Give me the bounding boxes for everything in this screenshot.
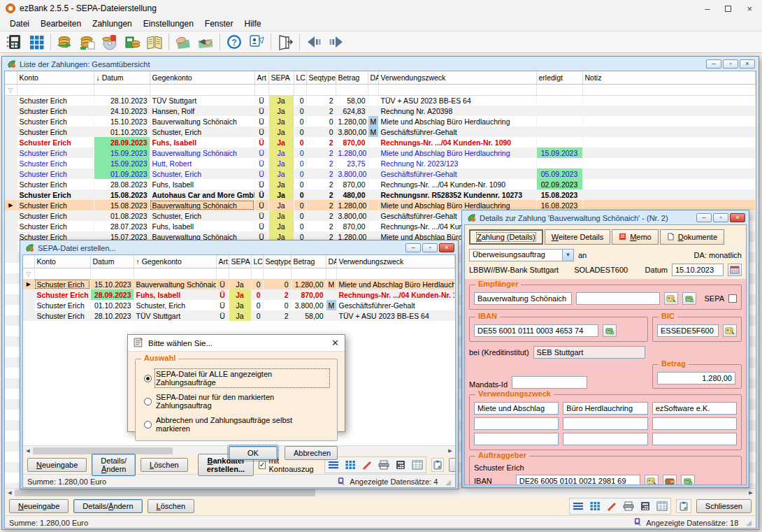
col-header-gegenkonto[interactable]: Gegenkonto [150, 71, 254, 84]
filter-cell[interactable] [336, 268, 455, 279]
dialog-close-icon[interactable]: ✕ [331, 338, 339, 348]
contact-picker-icon[interactable] [664, 292, 678, 305]
payment-out-icon[interactable] [54, 32, 76, 52]
row-marker[interactable] [5, 231, 17, 242]
filter-cell[interactable] [216, 268, 229, 279]
col-header-da[interactable]: DA [368, 71, 378, 84]
radio-icon[interactable] [144, 398, 152, 405]
details-close-button[interactable]: × [730, 213, 745, 222]
sepa-restore-button[interactable]: ▫ [422, 243, 438, 252]
sepa-close-button[interactable]: × [439, 243, 454, 252]
scrollbar-thumb[interactable] [15, 489, 315, 496]
row-marker[interactable] [5, 168, 17, 179]
table-view-icon[interactable] [654, 499, 670, 513]
grid-view-icon[interactable] [25, 32, 48, 52]
table-row[interactable]: Schuster Erich28.09.2023Fuhs, IsabellÜJa… [5, 137, 756, 148]
table-row[interactable]: ▶Schuster Erich15.10.2023Bauverwaltung S… [23, 279, 455, 289]
help-icon[interactable]: ? [223, 32, 245, 52]
filter-cell[interactable] [291, 268, 326, 279]
col-header-seqtype[interactable]: Seqtype [306, 71, 336, 84]
filter-cell[interactable] [536, 84, 582, 95]
grid-small-icon[interactable] [587, 499, 603, 513]
row-marker[interactable] [5, 95, 17, 106]
filter-cell[interactable] [150, 84, 254, 95]
col-header-sepa[interactable]: SEPA [268, 71, 294, 84]
table-row[interactable]: Schuster Erich15.09.2023Hutt, RobertÜJa0… [5, 158, 756, 168]
table-view-icon[interactable] [410, 458, 425, 472]
payment-type-select[interactable]: Überweisungsauftrag ▼ [469, 249, 574, 261]
zweck-input[interactable] [652, 433, 737, 445]
row-marker[interactable] [5, 116, 17, 127]
chevron-down-icon[interactable]: ▼ [562, 249, 574, 261]
sepa-window-titlebar[interactable]: SEPA-Datei erstellen... – ▫ × [22, 243, 456, 254]
window-close-button[interactable]: × [747, 3, 752, 14]
col-header-lc[interactable]: LC [294, 71, 306, 84]
tab-dokumente[interactable]: Dokumente [660, 229, 724, 245]
table-row[interactable]: Schuster Erich24.10.2023Hansen, RolfÜJa0… [5, 106, 756, 116]
datum-input[interactable] [672, 264, 724, 276]
row-marker[interactable] [5, 148, 17, 158]
row-marker[interactable]: ▶ [23, 279, 34, 289]
row-marker[interactable] [5, 179, 17, 189]
resize-grip[interactable]: ◢ [746, 519, 752, 526]
filter-cell[interactable] [268, 84, 294, 95]
table-row[interactable]: Schuster Erich01.09.2023Schuster, ErichÜ… [5, 168, 756, 179]
row-marker[interactable]: ▶ [5, 200, 17, 210]
table-row[interactable]: Schuster Erich15.09.2023Bauverwaltung Sc… [5, 148, 756, 158]
row-marker[interactable] [5, 242, 17, 252]
dialog-option-2[interactable]: SEPA-Datei nur für den markierten Zahlun… [144, 393, 329, 410]
menu-hilfe[interactable]: Hilfe [239, 17, 267, 30]
filter-cell[interactable] [294, 84, 306, 95]
menu-bearbeiten[interactable]: Bearbeiten [35, 17, 87, 30]
row-marker[interactable] [5, 189, 17, 200]
filter-row-header[interactable]: ▽ [23, 268, 34, 279]
col-header-art[interactable]: Art [216, 255, 229, 268]
zweck-input[interactable] [652, 417, 737, 430]
kontoauszug-checkbox[interactable]: ✓ [259, 461, 266, 469]
ledger-icon[interactable] [143, 32, 166, 52]
radio-icon[interactable] [144, 375, 152, 382]
filter-cell[interactable] [582, 84, 756, 95]
menu-datei[interactable]: Datei [4, 17, 35, 30]
calendar-icon[interactable] [728, 264, 742, 276]
bank-lookup-icon[interactable] [682, 292, 696, 305]
grid-small-icon[interactable] [343, 458, 358, 472]
exit-icon[interactable] [274, 32, 296, 52]
col-header-sepa[interactable]: SEPA [229, 255, 251, 268]
dialog-cancel-button[interactable]: Abbrechen [285, 446, 338, 460]
calculator-icon[interactable] [638, 499, 653, 513]
col-header-erledigt[interactable]: erledigt [536, 71, 582, 84]
filter-cell[interactable] [229, 268, 251, 279]
address-book-icon[interactable] [3, 32, 25, 52]
scroll-right-icon[interactable]: ▶ [445, 447, 455, 455]
col-header-datum[interactable]: ↓ Datum [94, 71, 150, 84]
bank-check-icon[interactable] [681, 475, 695, 485]
filter-cell[interactable] [254, 84, 268, 95]
row-marker[interactable] [23, 300, 34, 310]
schliessen-button[interactable]: Schliessen [449, 458, 456, 472]
col-header-art[interactable]: Art [254, 71, 268, 84]
details-minimize-button[interactable]: – [696, 213, 712, 222]
payment-cd-icon[interactable] [99, 32, 121, 52]
sepa-checkbox[interactable] [728, 294, 737, 303]
zweck-input[interactable] [474, 402, 559, 415]
tab-memo[interactable]: Memo [612, 229, 659, 245]
table-row[interactable]: Schuster Erich28.10.2023TÜV StuttgartÜJa… [5, 95, 756, 106]
clipboard-icon[interactable] [431, 458, 444, 472]
loeschen-button[interactable]: Löschen [148, 499, 195, 513]
handshake-icon[interactable] [194, 32, 217, 52]
liste-minimize-button[interactable]: – [706, 59, 721, 69]
table-row[interactable]: Schuster Erich01.10.2023Schuster, ErichÜ… [5, 127, 756, 137]
nav-forward-icon[interactable] [325, 32, 347, 52]
row-marker[interactable] [5, 221, 17, 231]
feedback-icon[interactable] [245, 32, 268, 52]
resize-grip[interactable]: ◢ [445, 478, 451, 486]
window-maximize-button[interactable] [725, 6, 731, 12]
filter-cell[interactable] [306, 84, 336, 95]
liste-close-button[interactable]: × [740, 59, 755, 69]
empfaenger-name-input[interactable] [474, 292, 572, 305]
dialog-option-3[interactable]: Abbrechen und Zahlungsaufträge selbst ma… [144, 416, 329, 433]
zweck-input[interactable] [563, 417, 647, 430]
col-header-betrag[interactable]: Betrag [291, 255, 326, 268]
row-marker[interactable] [5, 106, 17, 116]
